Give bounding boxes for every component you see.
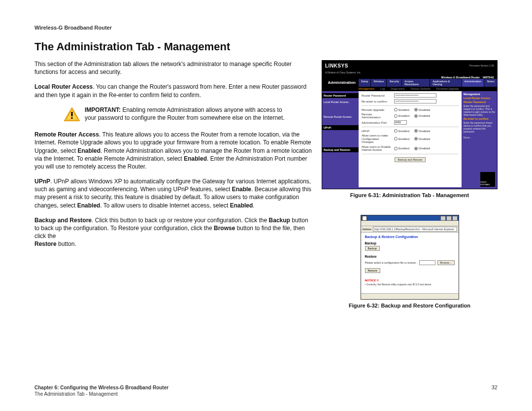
subtab-log[interactable]: Log bbox=[380, 87, 385, 90]
allow-disable-enabled-radio[interactable] bbox=[394, 147, 398, 150]
main-text-column: This section of the Administration tab a… bbox=[34, 60, 312, 308]
section-router-password: Router Password bbox=[322, 93, 359, 98]
figure2-caption: Figure 6-32: Backup and Restore Configur… bbox=[322, 303, 498, 308]
remote-admin-disabled-radio[interactable] bbox=[414, 114, 418, 118]
help-more-link[interactable]: More... bbox=[464, 136, 495, 139]
section-remote-access: Remote Router Access: bbox=[324, 114, 357, 122]
figure1-caption: Figure 6-31: Administration Tab - Manage… bbox=[322, 192, 498, 198]
tab-setup[interactable]: Setup bbox=[359, 79, 370, 87]
subtab-defaults[interactable]: Factory Defaults bbox=[411, 87, 431, 90]
remote-upgrade-enabled-radio[interactable] bbox=[394, 108, 398, 111]
figure-backup-restore: Address http://192.168.1.1/BackupRestore… bbox=[361, 215, 459, 300]
allow-config-enabled-radio[interactable] bbox=[394, 137, 398, 140]
upnp-enabled1: Enabled bbox=[77, 202, 100, 209]
backup-button[interactable]: Backup bbox=[365, 246, 380, 251]
important-label: IMPORTANT: bbox=[85, 106, 121, 113]
remote-enabled1: Enabled bbox=[77, 147, 100, 154]
allow-disable-label: Allow users to Disable Internet Access: bbox=[362, 145, 392, 152]
warning-icon bbox=[64, 107, 80, 121]
subtab-firmware[interactable]: Firmware Upgrade bbox=[436, 87, 459, 90]
help-h1: Local Router Access bbox=[464, 97, 495, 100]
important-text-block: IMPORTANT: Enabling remote Administratio… bbox=[85, 106, 286, 122]
remote-admin-enabled-radio[interactable] bbox=[394, 114, 398, 118]
upnp-paragraph: UPnP. UPnP allows Windows XP to automati… bbox=[34, 177, 312, 209]
backup-paragraph: Backup and Restore. Click this button to… bbox=[34, 216, 312, 248]
router-footer: Save Settings Cancel Changes bbox=[322, 187, 497, 189]
svg-rect-2 bbox=[71, 112, 73, 116]
tab-wireless[interactable]: Wireless bbox=[371, 79, 386, 87]
sub-tab-row: Management Log Diagnostics Factory Defau… bbox=[322, 86, 497, 91]
backup-btn-text: Backup bbox=[269, 217, 290, 224]
tab-status[interactable]: Status bbox=[484, 79, 497, 87]
upnp-text3: . To allow users to disable Internet acc… bbox=[100, 202, 230, 209]
remote-enabled2: Enabled bbox=[184, 155, 207, 162]
browse-button[interactable]: Browse... bbox=[437, 260, 455, 265]
left-purple-panel: Router Password Local Router Access: Rem… bbox=[322, 91, 359, 187]
remote-access-paragraph: Remote Router Access. This feature allow… bbox=[34, 131, 312, 171]
admin-port-input[interactable]: 8080 bbox=[394, 120, 407, 125]
backup-restore-button[interactable]: Backup and Restore bbox=[395, 157, 426, 162]
product-header: Wireless-G Broadband Router bbox=[34, 25, 498, 31]
backup-heading: Backup & Restore Configuration bbox=[365, 235, 455, 239]
tab-administration[interactable]: Administration bbox=[462, 79, 484, 87]
local-access-bold: Local Router Access bbox=[34, 83, 93, 90]
tab-apps[interactable]: Applications & Gaming bbox=[430, 79, 461, 87]
page-footer: Chapter 6: Configuring the Wireless-G Br… bbox=[34, 384, 498, 397]
restore-file-input[interactable] bbox=[419, 260, 435, 265]
upnp-enable: Enable bbox=[232, 186, 251, 193]
figures-column: LINKSYS Firmware Version 1.00 A Division… bbox=[322, 60, 498, 308]
page-number: 32 bbox=[492, 384, 498, 390]
upnp-enabled-radio[interactable] bbox=[394, 129, 398, 133]
admin-label: Administration bbox=[322, 80, 359, 85]
restore-btn-text: Restore bbox=[34, 240, 57, 247]
page-title: The Administration Tab - Management bbox=[34, 40, 498, 53]
browser-status-bar bbox=[361, 293, 459, 299]
max-button[interactable] bbox=[446, 216, 452, 221]
local-access-paragraph: Local Router Access. You can change the … bbox=[34, 83, 312, 99]
admin-port-label: Administration Port: bbox=[362, 121, 392, 124]
intro-paragraph: This section of the Administration tab a… bbox=[34, 60, 312, 76]
browser-icon bbox=[362, 216, 367, 221]
upnp-bold: UPnP bbox=[34, 178, 50, 185]
reenter-input[interactable]: •••••••••••••••••• bbox=[394, 99, 436, 103]
restore-button[interactable]: Restore bbox=[365, 268, 380, 273]
subtab-management[interactable]: Management bbox=[359, 87, 374, 90]
footer-chapter: Chapter 6: Configuring the Wireless-G Br… bbox=[34, 385, 168, 390]
backup-body: Backup & Restore Configuration Backup Ba… bbox=[361, 233, 459, 293]
section-local-access: Local Router Access: bbox=[324, 100, 357, 107]
upnp-disabled-radio[interactable] bbox=[414, 129, 418, 133]
tab-security[interactable]: Security bbox=[387, 79, 401, 87]
remote-admin-label: Remote Administration: bbox=[362, 113, 392, 119]
help-title: Management bbox=[464, 93, 495, 96]
allow-config-disabled-radio[interactable] bbox=[414, 137, 418, 140]
tab-access[interactable]: Access Restrictions bbox=[402, 79, 430, 87]
linksys-logo: LINKSYS bbox=[325, 63, 348, 68]
allow-disable-disabled-radio[interactable] bbox=[414, 147, 418, 150]
cisco-logo: CISCO SYSTEMS bbox=[480, 172, 495, 187]
backup-text1: . Click this button to back up or restor… bbox=[92, 217, 269, 224]
firmware-label: Firmware Version 1.00 bbox=[469, 64, 494, 67]
restore-section-label: Restore bbox=[365, 255, 455, 258]
backup-section-label: Backup bbox=[365, 241, 455, 245]
section-backup: Backup and Restore: bbox=[322, 147, 359, 152]
url-input[interactable]: http://192.168.1.1/BackupRestore.htm - M… bbox=[373, 227, 457, 232]
subtab-diagnostics[interactable]: Diagnostics bbox=[391, 87, 404, 90]
sub-brand-bar: A Division of Cisco Systems, Inc. bbox=[322, 70, 497, 75]
close-button[interactable] bbox=[452, 216, 458, 221]
address-label: Address bbox=[363, 228, 371, 231]
backup-bold: Backup and Restore bbox=[34, 217, 92, 224]
restore-prompt: Please select a configuration file to re… bbox=[365, 261, 418, 264]
help-h1b: Router Password bbox=[464, 101, 495, 103]
min-button[interactable] bbox=[440, 216, 446, 221]
password-input[interactable]: •••••••••••••••••• bbox=[394, 93, 436, 98]
browser-titlebar bbox=[361, 215, 459, 221]
allow-config-label: Allow users to make Configuration Change… bbox=[362, 134, 392, 144]
footer-section: The Administration Tab - Management bbox=[34, 391, 118, 397]
notice-label: NOTICE !! bbox=[365, 279, 455, 282]
upnp-label: UPnP: bbox=[362, 130, 392, 133]
remote-upgrade-disabled-radio[interactable] bbox=[414, 108, 418, 111]
password-label: Router Password: bbox=[362, 94, 392, 97]
middle-form-panel: Router Password: •••••••••••••••••• Re-e… bbox=[359, 91, 462, 187]
section-upnp: UPnP: bbox=[322, 125, 359, 130]
figure-router-admin: LINKSYS Firmware Version 1.00 A Division… bbox=[322, 60, 498, 189]
